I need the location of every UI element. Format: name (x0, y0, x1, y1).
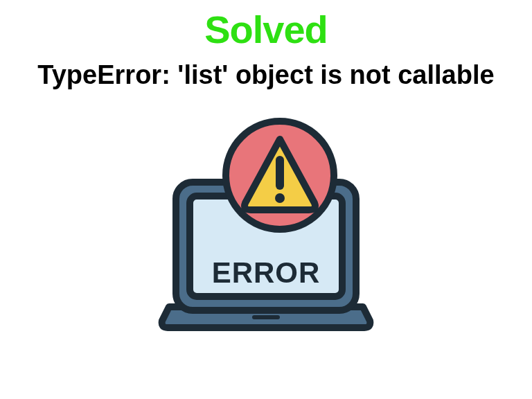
error-illustration: ERROR (148, 106, 384, 342)
svg-text:ERROR: ERROR (212, 256, 321, 289)
laptop-warning-icon: ERROR (148, 106, 384, 342)
solved-heading: Solved (204, 7, 328, 52)
error-heading: TypeError: 'list' object is not callable (37, 59, 494, 92)
svg-rect-6 (252, 315, 280, 319)
svg-point-5 (275, 193, 285, 203)
